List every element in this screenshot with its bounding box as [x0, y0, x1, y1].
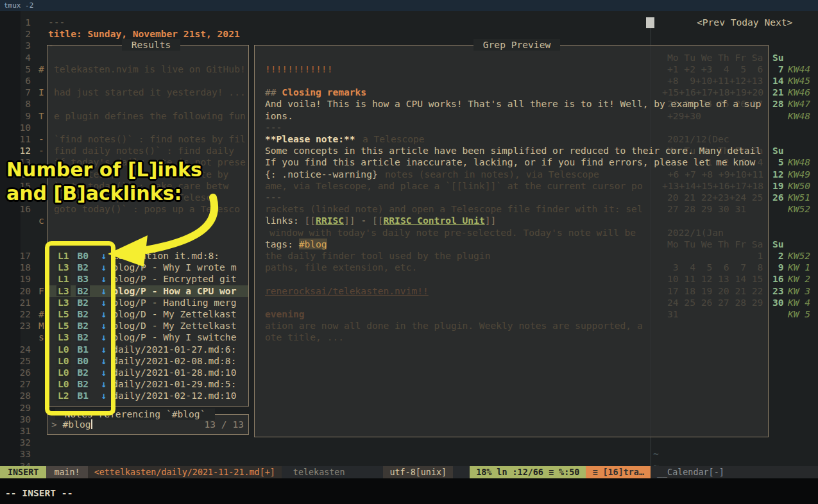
- wiki-link: RRISC: [316, 215, 344, 226]
- result-filename: blog/P - Encrypted git: [112, 273, 236, 284]
- current-filename: <ettelkasten/daily/2021-11-21.md[+]: [88, 466, 282, 478]
- terminal-screen: tmux -2 12345#67I89T1011-12-1314-15-e16c…: [0, 0, 818, 504]
- preview-text: **Please note:**: [265, 133, 355, 144]
- preview-text: ##: [265, 87, 282, 97]
- preview-text: links:: [265, 215, 305, 226]
- preview-text: [[: [305, 215, 316, 226]
- result-filename: daily/2021-02-12.md:10: [112, 390, 236, 401]
- preview-text: -: [355, 215, 372, 226]
- preview-text: ions.: [265, 110, 293, 121]
- cursor-position: 18% ln :12/66 ≡ %:50: [470, 466, 586, 478]
- preview-text: ---: [265, 122, 282, 133]
- preview-line: ions.: [265, 110, 293, 122]
- result-filename: daily/2021-01-28.md:10: [112, 367, 236, 378]
- result-filename: blog/P - Why I wrote m: [112, 262, 236, 273]
- calendar-statusline: __Calendar[-]: [651, 466, 818, 478]
- statusline-spacer: [356, 466, 383, 478]
- calendar-status-text: __Calendar[-]: [657, 467, 724, 477]
- preview-text: And voila! This is how a CPU works! That…: [265, 98, 761, 109]
- preview-line: And voila! This is how a CPU works! That…: [265, 98, 761, 110]
- preview-line: {: .notice--warning}: [265, 169, 378, 181]
- tag-chip: #blog: [299, 239, 327, 249]
- annotation-text: Number of [L]inks and [B]acklinks:: [6, 158, 202, 205]
- annotation-line-1: Number of [L]inks: [6, 158, 202, 181]
- preview-text: [[: [372, 215, 384, 226]
- preview-line: ## Closing remarks: [265, 87, 366, 99]
- prompt-marker: >: [51, 419, 63, 430]
- result-filename: daily/2021-01-29.md:5:: [112, 378, 236, 389]
- result-filename: daily/2021-02-08.md:8:: [112, 355, 236, 366]
- preview-text: ]]: [485, 215, 497, 226]
- links-backlinks-highlight-box: [45, 241, 115, 416]
- preview-line: **Please note:**: [265, 133, 355, 146]
- wiki-link: RRISC Control Unit: [384, 215, 485, 226]
- result-filename: blog/P - Handling merg: [112, 297, 236, 308]
- preview-line: !!!!!!!!!!!!: [265, 63, 332, 76]
- search-prompt-input[interactable]: > #blog: [51, 419, 92, 431]
- mode-indicator: INSERT: [0, 466, 46, 478]
- annotation-line-2: and [B]acklinks:: [6, 181, 202, 205]
- floating-windows-text: > #blog 13 / 13 L1 B0 ↓ …i mention it.md…: [0, 0, 818, 504]
- preview-line: tags: #blog: [265, 239, 327, 251]
- plugin-name: telekasten: [282, 466, 357, 478]
- prompt-query: #blog: [63, 419, 91, 430]
- command-line-message: -- INSERT --: [5, 487, 72, 498]
- preview-line: ---: [265, 192, 282, 204]
- result-filename: blog/D - My Zettelkast: [112, 320, 236, 331]
- result-filename: …i mention it.md:8:: [112, 250, 219, 261]
- statusline: INSERT main! <ettelkasten/daily/2021-11-…: [0, 466, 651, 478]
- buffer-indicator: ≡ [16]tra…: [586, 466, 651, 478]
- file-encoding: utf-8[unix]: [383, 466, 453, 478]
- preview-text: Some concepts in this article have been …: [265, 145, 761, 156]
- preview-text: If you find this article inaccurate, lac…: [265, 156, 755, 167]
- preview-text: !!!!!!!!!!!!: [265, 63, 332, 74]
- preview-text: {: .notice--warning}: [265, 169, 378, 180]
- result-filename: blog/D - My Zettelkast: [112, 308, 236, 319]
- preview-line: ---: [265, 122, 282, 134]
- result-filename: daily/2021-01-27.md:6:: [112, 344, 236, 355]
- result-filename: blog/P - Why I switche: [112, 332, 236, 342]
- preview-text: tags:: [265, 239, 299, 249]
- result-filename: blog/P - How a CPU wor: [112, 285, 236, 296]
- preview-line: Some concepts in this article have been …: [265, 145, 761, 157]
- git-branch: main!: [46, 466, 87, 478]
- preview-line: If you find this article inaccurate, lac…: [265, 156, 755, 169]
- preview-text: ]]: [344, 215, 355, 226]
- preview-text: Closing remarks: [282, 87, 366, 97]
- text-cursor: [91, 419, 92, 429]
- preview-text: ---: [265, 192, 282, 203]
- preview-line: links: [[RRISC]] - [[RRISC Control Unit]…: [265, 215, 496, 227]
- result-counter: 13 / 13: [148, 419, 244, 431]
